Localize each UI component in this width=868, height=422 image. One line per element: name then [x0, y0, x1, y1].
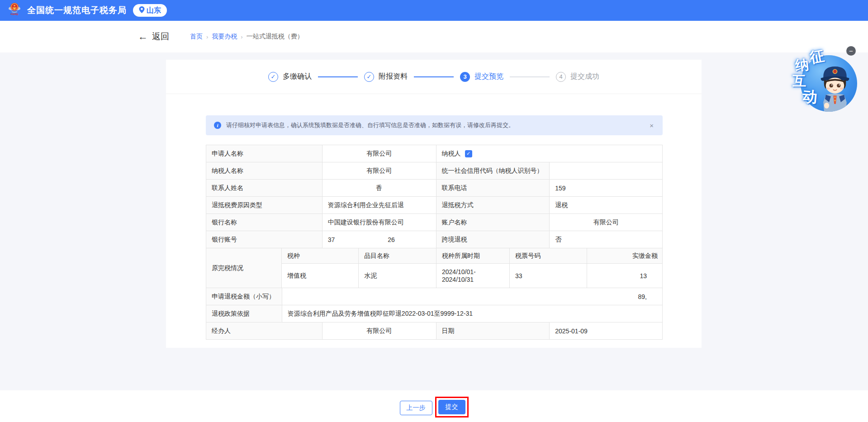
amount-header: 实缴金额 [587, 248, 663, 264]
item-name-value: 水泥 [359, 264, 436, 288]
bank-value: 中国建设银行股份有限公司 [323, 214, 436, 231]
original-tax-header-row: 税种 品目名称 税种所属时期 税票号码 实缴金额 [282, 248, 663, 264]
invoice-no-header: 税票号码 [510, 248, 587, 264]
step-2-check-icon: ✓ [364, 72, 374, 82]
table-row: 银行名称 中国建设银行股份有限公司 账户名称 有限公司 [206, 214, 663, 231]
item-name-header: 品目名称 [359, 248, 436, 264]
breadcrumb: 首页 › 我要办税 › 一站式退抵税（费） [190, 33, 304, 41]
click-annotation-highlight: 提交 [435, 397, 469, 417]
step-4: 4 提交成功 [556, 72, 599, 82]
step-1: ✓ 多缴确认 [268, 72, 312, 82]
refund-preview-table: 申请人名称 有限公司 纳税人 ✓ 纳税人名称 有限公司 统一社会信用代码（纳税人… [206, 145, 663, 340]
step-connector [414, 76, 454, 77]
table-row: 纳税人名称 有限公司 统一社会信用代码（纳税人识别号） [206, 162, 663, 180]
taxpayer-checkbox[interactable]: ✓ [465, 150, 472, 157]
app-title: 全国统一规范电子税务局 [27, 5, 127, 16]
step-3-number: 3 [460, 72, 470, 82]
step-1-label: 多缴确认 [283, 72, 312, 81]
step-1-check-icon: ✓ [268, 72, 278, 82]
reason-label: 退抵税费原因类型 [206, 197, 323, 214]
bank-account-suffix: 26 [388, 236, 395, 243]
svg-text:中国税务: 中国税务 [10, 13, 19, 16]
alert-text: 请仔细核对申请表信息，确认系统预填数据是否准确、自行填写信息是否准确，如数据有误… [226, 121, 649, 129]
crossborder-value: 否 [550, 231, 663, 248]
table-row: 退抵税费原因类型 资源综合利用企业先征后退 退抵税方式 退税 [206, 197, 663, 214]
bank-account-label: 银行账号 [206, 231, 323, 248]
crossborder-label: 跨境退税 [436, 231, 550, 248]
interaction-assistant-widget[interactable]: 征 纳 互 动 − [792, 43, 864, 112]
taxpayer-check-cell: 纳税人 ✓ [436, 145, 663, 162]
taxpayer-name-label: 纳税人名称 [206, 162, 323, 180]
info-icon: i [214, 122, 221, 129]
step-4-number: 4 [556, 72, 566, 82]
phone-value: 159 [550, 180, 663, 197]
taxpayer-name-value: 有限公司 [323, 162, 436, 180]
alert-close-icon[interactable]: × [649, 122, 655, 129]
step-connector [510, 76, 550, 77]
step-connector [318, 76, 358, 77]
date-label: 日期 [436, 322, 550, 340]
info-alert: i 请仔细核对申请表信息，确认系统预填数据是否准确、自行填写信息是否准确，如数据… [206, 115, 663, 135]
policy-value: 资源综合利用产品及劳务增值税即征即退2022-03-01至9999-12-31 [282, 305, 663, 322]
tax-type-value: 增值税 [282, 264, 359, 288]
method-label: 退抵税方式 [436, 197, 550, 214]
breadcrumb-current: 一站式退抵税（费） [247, 33, 304, 41]
refund-amount-label: 申请退税金额（小写） [206, 288, 282, 305]
bank-account-prefix: 37 [328, 236, 335, 243]
account-name-label: 账户名称 [436, 214, 550, 231]
minimize-icon[interactable]: − [846, 46, 856, 56]
step-3: 3 提交预览 [460, 72, 503, 82]
applicant-label: 申请人名称 [206, 145, 323, 162]
contact-value: 香 [323, 180, 436, 197]
region-selector[interactable]: 山东 [133, 4, 167, 17]
agent-value: 有限公司 [323, 322, 436, 340]
back-label: 返回 [152, 31, 169, 43]
location-pin-icon [139, 6, 145, 15]
breadcrumb-section[interactable]: 我要办税 [212, 33, 237, 41]
mascot-char: 纳 [795, 58, 810, 73]
table-row: 申请退税金额（小写） 89, [206, 288, 663, 305]
invoice-no-value: 33 [510, 264, 587, 288]
footer-bar: 上一步 提交 [0, 390, 868, 422]
step-2-label: 附报资料 [379, 72, 408, 81]
step-4-label: 提交成功 [570, 72, 599, 81]
period-header: 税种所属时期 [436, 248, 510, 264]
contact-label: 联系人姓名 [206, 180, 323, 197]
table-row: 申请人名称 有限公司 纳税人 ✓ [206, 145, 663, 162]
breadcrumb-separator-icon: › [241, 33, 242, 40]
table-row: 退税政策依据 资源综合利用产品及劳务增值税即征即退2022-03-01至9999… [206, 305, 663, 322]
step-2: ✓ 附报资料 [364, 72, 408, 82]
agent-label: 经办人 [206, 322, 323, 340]
policy-label: 退税政策依据 [206, 305, 282, 322]
tax-emblem-logo: 中国税务 [6, 1, 23, 19]
mascot-char: 动 [802, 89, 818, 105]
credit-code-value [550, 162, 663, 180]
applicant-value: 有限公司 [323, 145, 436, 162]
date-value: 2025-01-09 [550, 322, 663, 340]
submit-button[interactable]: 提交 [438, 400, 465, 414]
table-row: 经办人 有限公司 日期 2025-01-09 [206, 322, 663, 340]
method-value: 退税 [550, 197, 663, 214]
credit-code-label: 统一社会信用代码（纳税人识别号） [436, 162, 550, 180]
taxpayer-check-label: 纳税人 [442, 150, 461, 158]
app-header: 中国税务 全国统一规范电子税务局 山东 [0, 0, 868, 21]
original-tax-data-row: 增值税 水泥 2024/10/01-2024/10/31 33 13 [282, 264, 663, 288]
breadcrumb-home[interactable]: 首页 [190, 33, 203, 41]
bank-label: 银行名称 [206, 214, 323, 231]
original-tax-label: 原完税情况 [206, 248, 282, 288]
region-label: 山东 [147, 6, 161, 15]
reason-value: 资源综合利用企业先征后退 [323, 197, 436, 214]
breadcrumb-separator-icon: › [206, 33, 208, 40]
account-name-value: 有限公司 [550, 214, 663, 231]
refund-amount-value: 89, [282, 288, 663, 305]
breadcrumb-bar: ← 返回 首页 › 我要办税 › 一站式退抵税（费） [0, 21, 868, 52]
previous-step-button[interactable]: 上一步 [400, 401, 432, 415]
table-row: 银行账号 37 26 跨境退税 否 [206, 231, 663, 248]
back-arrow-icon: ← [138, 32, 148, 42]
tax-officer-mascot [814, 61, 856, 112]
content-card: ✓ 多缴确认 ✓ 附报资料 3 提交预览 4 提交成功 i 请仔细核对申请表信息… [166, 60, 702, 348]
period-value: 2024/10/01-2024/10/31 [436, 264, 510, 288]
amount-value: 13 [587, 264, 663, 288]
back-button[interactable]: ← 返回 [138, 31, 169, 43]
mascot-char: 征 [808, 48, 825, 65]
